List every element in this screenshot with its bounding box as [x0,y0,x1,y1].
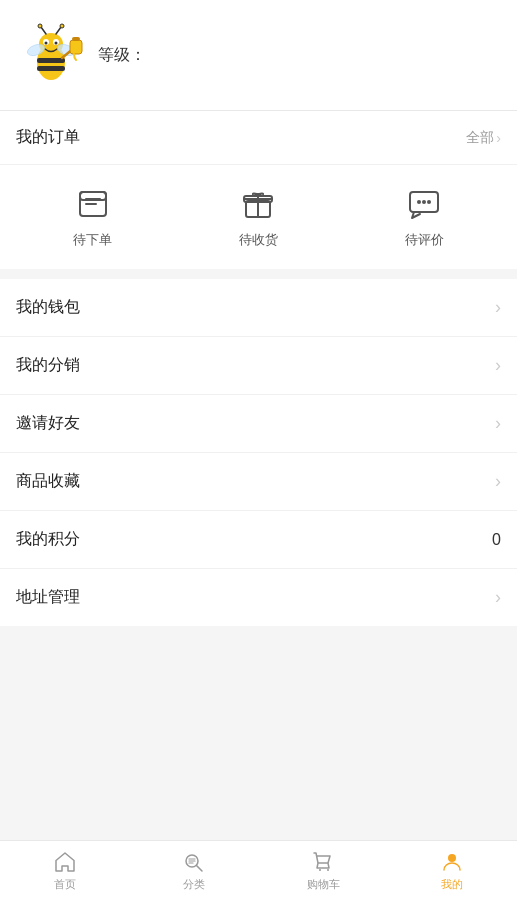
menu-item-wallet-right: › [495,297,501,318]
menu-item-address-label: 地址管理 [16,587,80,608]
profile-header: 等级： [0,0,517,111]
menu-item-wallet-label: 我的钱包 [16,297,80,318]
order-item-pending-review[interactable]: 待评价 [405,185,444,249]
menu-item-invite-right: › [495,413,501,434]
menu-item-points-right: 0 [492,531,501,549]
svg-point-32 [319,869,321,871]
menu-item-invite-left: 邀请好友 [16,413,80,434]
menu-item-favorites-label: 商品收藏 [16,471,80,492]
wallet-chevron: › [495,297,501,318]
nav-item-mine[interactable]: 我的 [388,850,517,892]
order-item-pending-order[interactable]: 待下单 [73,185,112,249]
order-item-pending-receive[interactable]: 待收货 [239,185,278,249]
order-icons-row: 待下单 [0,165,517,269]
nav-cart-label: 购物车 [307,877,340,892]
svg-point-9 [38,24,42,28]
pending-review-icon [405,185,443,223]
menu-item-invite[interactable]: 邀请好友 › [0,395,517,453]
menu-list: 我的钱包 › 我的分销 › 邀请好友 › 商品收藏 [0,279,517,626]
bottom-nav: 首页 分类 购物车 [0,840,517,900]
favorites-chevron: › [495,471,501,492]
menu-item-favorites-left: 商品收藏 [16,471,80,492]
nav-item-category[interactable]: 分类 [129,850,258,892]
points-value: 0 [492,531,501,549]
menu-item-distribution[interactable]: 我的分销 › [0,337,517,395]
address-chevron: › [495,587,501,608]
menu-item-points-left: 我的积分 [16,529,80,550]
orders-all-label: 全部 [466,129,494,147]
home-icon [53,850,77,874]
nav-category-label: 分类 [183,877,205,892]
orders-all-chevron: › [496,130,501,146]
svg-point-6 [45,42,48,45]
content-area: 等级： 我的订单 全部 › 待下单 [0,0,517,840]
menu-item-wallet-left: 我的钱包 [16,297,80,318]
svg-point-11 [60,24,64,28]
pending-receive-icon [239,185,277,223]
orders-title: 我的订单 [16,127,80,148]
nav-item-home[interactable]: 首页 [0,850,129,892]
svg-line-28 [196,865,202,871]
svg-rect-2 [37,66,65,71]
orders-header: 我的订单 全部 › [0,111,517,165]
svg-point-24 [417,200,421,204]
menu-item-points-label: 我的积分 [16,529,80,550]
cart-icon [311,850,335,874]
menu-item-wallet[interactable]: 我的钱包 › [0,279,517,337]
svg-line-10 [56,27,61,34]
menu-item-favorites-right: › [495,471,501,492]
svg-rect-15 [70,40,82,54]
orders-section: 我的订单 全部 › 待下单 [0,111,517,269]
category-icon [182,850,206,874]
pending-order-label: 待下单 [73,231,112,249]
nav-mine-label: 我的 [441,877,463,892]
mine-icon [440,850,464,874]
svg-point-33 [327,869,329,871]
menu-item-address-left: 地址管理 [16,587,80,608]
nav-item-cart[interactable]: 购物车 [259,850,388,892]
menu-item-distribution-label: 我的分销 [16,355,80,376]
nav-home-label: 首页 [54,877,76,892]
menu-item-favorites[interactable]: 商品收藏 › [0,453,517,511]
menu-item-address-right: › [495,587,501,608]
menu-item-points[interactable]: 我的积分 0 [0,511,517,569]
svg-point-34 [448,854,456,862]
menu-item-invite-label: 邀请好友 [16,413,80,434]
svg-point-26 [427,200,431,204]
svg-point-25 [422,200,426,204]
menu-item-distribution-left: 我的分销 [16,355,80,376]
svg-rect-16 [72,37,80,41]
orders-all-button[interactable]: 全部 › [466,129,501,147]
svg-line-8 [41,27,46,34]
pending-order-icon [74,185,112,223]
profile-level-label: 等级： [98,45,146,66]
distribution-chevron: › [495,355,501,376]
pending-review-label: 待评价 [405,231,444,249]
pending-receive-label: 待收货 [239,231,278,249]
svg-point-7 [55,42,58,45]
invite-chevron: › [495,413,501,434]
bee-avatar [16,20,86,90]
svg-rect-1 [37,58,65,63]
menu-item-address[interactable]: 地址管理 › [0,569,517,626]
menu-item-distribution-right: › [495,355,501,376]
